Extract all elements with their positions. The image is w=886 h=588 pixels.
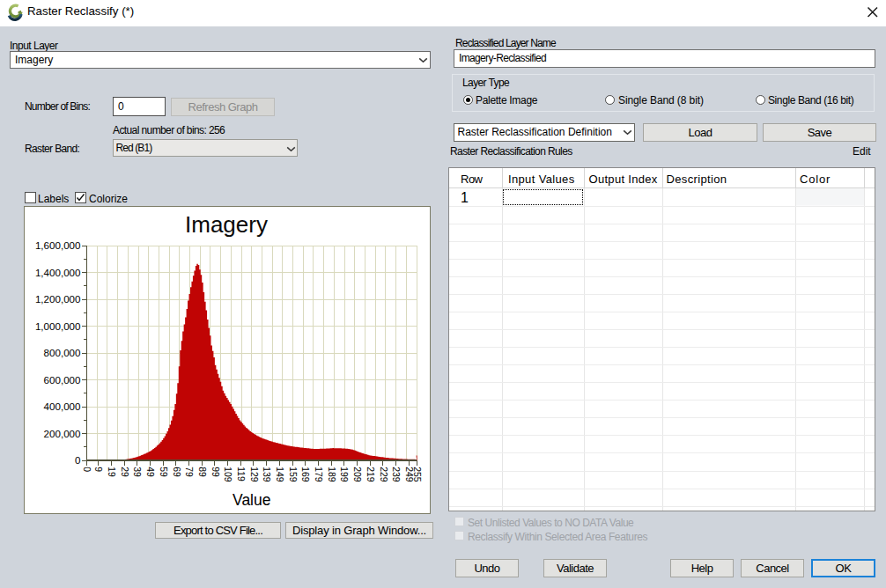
svg-text:59: 59 <box>159 467 168 477</box>
svg-text:159: 159 <box>288 467 298 482</box>
svg-text:Imagery: Imagery <box>185 211 268 238</box>
svg-text:19: 19 <box>107 467 116 477</box>
svg-text:1,600,000: 1,600,000 <box>35 239 81 251</box>
svg-text:0: 0 <box>75 454 80 466</box>
svg-text:69: 69 <box>172 467 181 477</box>
svg-text:119: 119 <box>236 467 246 481</box>
svg-text:209: 209 <box>352 467 362 482</box>
svg-text:229: 229 <box>379 467 388 482</box>
svg-text:1,200,000: 1,200,000 <box>35 293 81 305</box>
svg-text:109: 109 <box>223 467 233 482</box>
svg-text:800,000: 800,000 <box>44 347 81 358</box>
svg-text:39: 39 <box>132 467 142 477</box>
svg-text:169: 169 <box>300 467 310 482</box>
svg-text:Value: Value <box>233 491 270 509</box>
svg-text:1,000,000: 1,000,000 <box>35 320 81 332</box>
svg-text:189: 189 <box>327 467 336 482</box>
svg-text:179: 179 <box>314 467 323 482</box>
svg-text:1,400,000: 1,400,000 <box>35 267 81 278</box>
svg-text:49: 49 <box>145 467 155 477</box>
svg-text:199: 199 <box>339 467 349 482</box>
svg-text:129: 129 <box>249 467 259 482</box>
svg-text:200,000: 200,000 <box>44 428 81 439</box>
svg-text:139: 139 <box>262 467 271 482</box>
svg-text:89: 89 <box>197 467 207 477</box>
svg-text:239: 239 <box>391 467 401 482</box>
svg-text:255: 255 <box>412 467 422 482</box>
svg-text:29: 29 <box>120 467 129 477</box>
svg-text:99: 99 <box>210 467 220 477</box>
svg-text:219: 219 <box>365 467 375 482</box>
svg-text:0: 0 <box>82 467 92 472</box>
svg-text:149: 149 <box>275 467 284 482</box>
svg-text:9: 9 <box>93 467 103 472</box>
svg-text:79: 79 <box>184 467 194 477</box>
svg-text:600,000: 600,000 <box>44 374 81 386</box>
svg-text:400,000: 400,000 <box>44 401 81 412</box>
